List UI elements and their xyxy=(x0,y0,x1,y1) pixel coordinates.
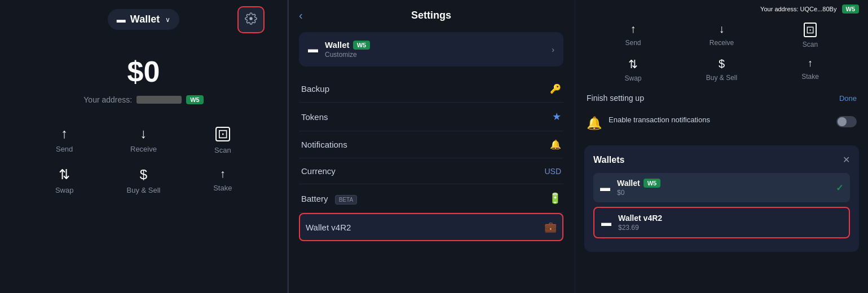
buy-sell-icon: $ xyxy=(140,168,147,181)
battery-label: Battery BETA xyxy=(301,194,357,203)
separator xyxy=(288,0,289,293)
right-stake-label: Stake xyxy=(801,73,819,81)
wallets-popup-title: Wallets xyxy=(593,155,624,165)
settings-title: Settings xyxy=(411,10,451,21)
finish-setup-label: Finish setting up xyxy=(587,94,644,103)
right-buy-sell-label: Buy & Sell xyxy=(706,74,737,82)
wallet-list-v4r2-name-row: Wallet v4R2 xyxy=(618,214,842,223)
stake-action[interactable]: ↑ Stake xyxy=(192,168,253,194)
wallet-title: Wallet xyxy=(130,14,160,25)
right-receive-icon: ↓ xyxy=(719,23,725,35)
address-bar: Your address: UQCe...80By W5 xyxy=(584,6,859,12)
wallet2-icon: 💼 xyxy=(544,221,557,233)
send-action[interactable]: ↑ Send xyxy=(34,127,95,154)
backup-label: Backup xyxy=(301,84,329,94)
settings-panel: ‹ Settings ▬ Wallet W5 Customize › Backu… xyxy=(288,0,575,293)
wallet-selector[interactable]: ▬ Wallet ∨ xyxy=(108,9,179,30)
wallet-customize-icon: ▬ xyxy=(308,43,318,55)
right-buy-sell-action[interactable]: $ Buy & Sell xyxy=(684,57,759,82)
wallet-list-main-icon: ▬ xyxy=(600,182,610,194)
wallet-list-v4r2-icon: ▬ xyxy=(601,217,611,229)
wallet-list-item-main[interactable]: ▬ Wallet W5 $0 ✓ xyxy=(593,173,850,202)
buy-sell-action[interactable]: $ Buy & Sell xyxy=(113,168,174,194)
star-icon: ★ xyxy=(552,110,561,123)
address-masked xyxy=(136,96,182,104)
swap-icon: ⇅ xyxy=(59,168,70,181)
wallet-list-main-title: Wallet xyxy=(617,179,640,188)
right-swap-action[interactable]: ⇅ Swap xyxy=(596,57,671,82)
tokens-label: Tokens xyxy=(301,112,328,122)
wallet-customize-card[interactable]: ▬ Wallet W5 Customize › xyxy=(299,32,563,66)
right-scan-action[interactable]: ⊡ Scan xyxy=(773,23,848,48)
settings-item-wallet-v4r2[interactable]: Wallet v4R2 💼 xyxy=(299,213,563,241)
wallet-small-icon: ▬ xyxy=(117,15,126,25)
beta-badge: BETA xyxy=(335,195,357,205)
check-icon: ✓ xyxy=(836,183,843,193)
right-stake-action[interactable]: ↑ Stake xyxy=(773,57,848,82)
settings-list: Backup 🔑 Tokens ★ Notifications 🔔 Curren… xyxy=(299,76,563,241)
scan-label: Scan xyxy=(214,146,231,154)
right-swap-icon: ⇅ xyxy=(628,57,638,71)
right-send-action[interactable]: ↑ Send xyxy=(596,23,671,48)
right-swap-label: Swap xyxy=(624,74,641,82)
currency-label: Currency xyxy=(301,166,336,176)
right-receive-action[interactable]: ↓ Receive xyxy=(684,23,759,48)
notifications-label: Notifications xyxy=(301,140,347,149)
bell-icon: 🔔 xyxy=(550,139,561,150)
settings-button[interactable] xyxy=(237,6,265,33)
wallet-list-main-badge: W5 xyxy=(644,179,661,188)
settings-item-notifications[interactable]: Notifications 🔔 xyxy=(299,131,563,158)
right-scan-label: Scan xyxy=(803,41,818,48)
gear-icon xyxy=(245,12,257,27)
wallet-list-v4r2-title: Wallet v4R2 xyxy=(618,214,662,223)
settings-item-tokens[interactable]: Tokens ★ xyxy=(299,103,563,131)
swap-action[interactable]: ⇅ Swap xyxy=(34,168,95,194)
wallet-header: ▬ Wallet ∨ xyxy=(11,9,276,30)
battery-icon: 🔋 xyxy=(549,192,561,205)
key-icon: 🔑 xyxy=(550,83,561,94)
settings-item-backup[interactable]: Backup 🔑 xyxy=(299,76,563,103)
right-stake-icon: ↑ xyxy=(808,57,813,69)
wallet-customize-info: Wallet W5 Customize xyxy=(325,40,545,59)
right-action-grid: ↑ Send ↓ Receive ⊡ Scan ⇅ Swap $ Buy & S… xyxy=(584,23,859,82)
done-button[interactable]: Done xyxy=(839,94,857,103)
wallet-list-main-balance: $0 xyxy=(617,189,829,197)
wallets-popup-header: Wallets ✕ xyxy=(593,154,850,165)
wallet-customize-name-row: Wallet W5 xyxy=(325,40,545,50)
wallet-customize-badge: W5 xyxy=(353,41,371,50)
buy-sell-label: Buy & Sell xyxy=(127,186,161,194)
wallet-list-v4r2-balance: $23.69 xyxy=(618,224,842,232)
scan-icon: ⊡ xyxy=(215,127,230,141)
notification-text: Enable transaction notifications xyxy=(609,115,830,125)
w5-badge: W5 xyxy=(186,95,204,104)
close-button[interactable]: ✕ xyxy=(843,154,850,165)
wallet-customize-title: Wallet xyxy=(325,40,350,50)
notification-bell-icon: 🔔 xyxy=(587,116,602,131)
action-grid: ↑ Send ↓ Receive ⊡ Scan ⇅ Swap $ Buy & S… xyxy=(11,127,276,194)
receive-icon: ↓ xyxy=(140,127,147,140)
send-label: Send xyxy=(56,145,73,153)
swap-label: Swap xyxy=(55,186,74,194)
right-send-label: Send xyxy=(625,39,641,47)
main-wallet-panel: ▬ Wallet ∨ $0 Your address: W5 ↑ Send ↓ … xyxy=(0,0,288,293)
notification-toggle[interactable] xyxy=(836,116,857,127)
scan-action[interactable]: ⊡ Scan xyxy=(192,127,253,154)
stake-label: Stake xyxy=(213,184,232,192)
settings-item-battery[interactable]: Battery BETA 🔋 xyxy=(299,184,563,213)
address-row: Your address: W5 xyxy=(83,95,203,104)
wallet-list-item-v4r2[interactable]: ▬ Wallet v4R2 $23.69 xyxy=(593,207,850,238)
address-label: Your address: xyxy=(83,95,132,104)
currency-value: USD xyxy=(544,167,561,176)
right-receive-label: Receive xyxy=(710,39,734,47)
wallet-customize-sub: Customize xyxy=(325,51,545,59)
address-w5-badge: W5 xyxy=(842,5,860,14)
settings-item-currency[interactable]: Currency USD xyxy=(299,158,563,184)
wallet-v4r2-label: Wallet v4R2 xyxy=(306,223,351,232)
wallet-list-main-info: Wallet W5 $0 xyxy=(617,179,829,197)
receive-action[interactable]: ↓ Receive xyxy=(113,127,174,154)
balance-display: $0 xyxy=(127,55,160,88)
right-scan-icon: ⊡ xyxy=(804,23,817,37)
wallet-list-v4r2-info: Wallet v4R2 $23.69 xyxy=(618,214,842,232)
stake-icon: ↑ xyxy=(220,168,226,179)
back-button[interactable]: ‹ xyxy=(299,9,303,22)
